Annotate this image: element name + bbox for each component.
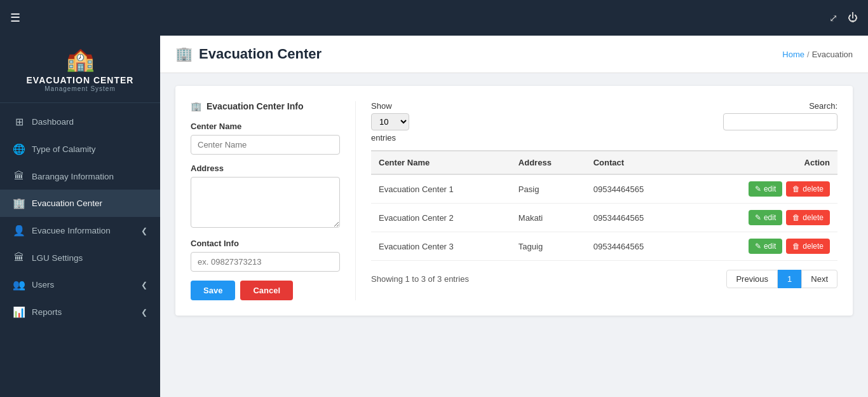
- cell-contact: 09534464565: [586, 232, 688, 261]
- sidebar-item-reports[interactable]: 📊 Reports ❮: [0, 298, 160, 326]
- show-entries-select[interactable]: 10 25 50 100: [371, 113, 409, 130]
- edit-icon: ✎: [755, 213, 761, 222]
- delete-button-1[interactable]: 🗑 delete: [786, 210, 830, 225]
- breadcrumb-separator: /: [807, 50, 810, 59]
- edit-button-1[interactable]: ✎ edit: [749, 210, 782, 225]
- cell-address: Makati: [511, 204, 586, 232]
- page-body: 🏢 Evacuation Center Info Center Name Add…: [160, 73, 868, 397]
- cell-action: ✎ edit 🗑 delete: [688, 204, 837, 232]
- form-group-contact: Contact Info: [191, 239, 340, 272]
- topbar-left: ☰: [10, 11, 20, 25]
- show-label: Show: [371, 101, 409, 111]
- cell-address: Taguig: [511, 232, 586, 261]
- trash-icon: 🗑: [792, 213, 800, 222]
- page-title: Evacuation Center: [199, 46, 322, 62]
- trash-icon: 🗑: [792, 185, 800, 193]
- sidebar: 🏫 EVACUATION CENTER Management System ⊞ …: [0, 36, 160, 397]
- page-header-icon: 🏢: [175, 46, 193, 62]
- sidebar-item-barangay-information[interactable]: 🏛 Barangay Information: [0, 163, 160, 190]
- barangay-icon: 🏛: [13, 171, 25, 182]
- col-contact: Contact: [586, 151, 688, 174]
- pagination-buttons: Previous 1 Next: [726, 270, 837, 288]
- sidebar-item-evacuation-center[interactable]: 🏢 Evacuation Center: [0, 190, 160, 217]
- sidebar-label-lgu: LGU Settings: [32, 253, 147, 263]
- contact-input[interactable]: [191, 252, 340, 272]
- sidebar-item-users[interactable]: 👥 Users ❮: [0, 271, 160, 298]
- sidebar-item-lgu-settings[interactable]: 🏛 LGU Settings: [0, 244, 160, 271]
- sidebar-label-barangay: Barangay Information: [32, 172, 147, 181]
- brand-icon: 🏫: [66, 46, 95, 73]
- expand-icon[interactable]: ⤢: [829, 12, 837, 24]
- sidebar-item-dashboard[interactable]: ⊞ Dashboard: [0, 108, 160, 136]
- form-title-icon: 🏢: [191, 101, 201, 111]
- power-icon[interactable]: ⏻: [848, 12, 858, 24]
- sidebar-label-dashboard: Dashboard: [32, 117, 147, 127]
- evacuation-icon: 🏢: [13, 197, 25, 209]
- table-body: Evacuation Center 1 Pasig 09534464565 ✎ …: [371, 174, 837, 261]
- delete-button-0[interactable]: 🗑 delete: [786, 181, 830, 197]
- layout: 🏫 EVACUATION CENTER Management System ⊞ …: [0, 36, 868, 397]
- address-label: Address: [191, 164, 340, 173]
- evacuee-arrow-icon: ❮: [141, 226, 147, 235]
- table-controls: Show 10 25 50 100 entries Search:: [371, 101, 837, 143]
- pagination-info: Showing 1 to 3 of 3 entries: [371, 274, 469, 284]
- users-arrow-icon: ❮: [141, 281, 147, 289]
- main-card: 🏢 Evacuation Center Info Center Name Add…: [175, 86, 853, 316]
- main-content: 🏢 Evacuation Center Home / Evacuation 🏢 …: [160, 36, 868, 397]
- cell-address: Pasig: [511, 174, 586, 204]
- table-row: Evacuation Center 2 Makati 09534464565 ✎…: [371, 204, 837, 232]
- data-table: Center Name Address Contact Action Evacu…: [371, 150, 837, 261]
- sidebar-label-evacuee: Evacuee Information: [32, 226, 135, 235]
- cell-center-name: Evacuation Center 2: [371, 204, 511, 232]
- users-icon: 👥: [13, 279, 25, 291]
- dashboard-icon: ⊞: [13, 116, 25, 128]
- form-panel: 🏢 Evacuation Center Info Center Name Add…: [191, 101, 356, 300]
- edit-button-0[interactable]: ✎ edit: [749, 181, 782, 197]
- address-input[interactable]: [191, 177, 340, 228]
- brand-title: EVACUATION CENTER: [27, 75, 134, 85]
- sidebar-label-reports: Reports: [32, 307, 135, 317]
- next-button[interactable]: Next: [801, 270, 837, 288]
- delete-button-2[interactable]: 🗑 delete: [786, 239, 830, 254]
- sidebar-nav: ⊞ Dashboard 🌐 Type of Calamity 🏛 Baranga…: [0, 103, 160, 397]
- form-group-center-name: Center Name: [191, 122, 340, 155]
- cancel-button[interactable]: Cancel: [240, 281, 293, 300]
- hamburger-button[interactable]: ☰: [10, 11, 20, 25]
- cell-contact: 09534464565: [586, 204, 688, 232]
- sidebar-item-type-of-calamity[interactable]: 🌐 Type of Calamity: [0, 136, 160, 163]
- sidebar-label-users: Users: [32, 280, 135, 289]
- edit-icon: ✎: [755, 185, 761, 193]
- center-name-label: Center Name: [191, 122, 340, 131]
- edit-icon: ✎: [755, 242, 761, 251]
- table-panel: Show 10 25 50 100 entries Search:: [371, 101, 837, 300]
- breadcrumb-home[interactable]: Home: [782, 50, 804, 59]
- save-button[interactable]: Save: [191, 281, 235, 300]
- table-row: Evacuation Center 1 Pasig 09534464565 ✎ …: [371, 174, 837, 204]
- lgu-icon: 🏛: [13, 252, 25, 263]
- trash-icon: 🗑: [792, 242, 800, 251]
- brand-subtitle: Management System: [44, 85, 116, 92]
- topbar-right: ⤢ ⏻: [829, 12, 858, 24]
- reports-icon: 📊: [13, 306, 25, 318]
- search-input[interactable]: [723, 113, 837, 130]
- sidebar-label-calamity: Type of Calamity: [32, 144, 147, 154]
- current-page-button[interactable]: 1: [778, 270, 801, 288]
- cell-contact: 09534464565: [586, 174, 688, 204]
- cell-action: ✎ edit 🗑 delete: [688, 174, 837, 204]
- search-group: Search:: [723, 101, 837, 130]
- form-group-address: Address: [191, 164, 340, 230]
- center-name-input[interactable]: [191, 135, 340, 155]
- col-center-name: Center Name: [371, 151, 511, 174]
- search-label: Search:: [809, 101, 837, 111]
- page-header-left: 🏢 Evacuation Center: [175, 46, 322, 62]
- sidebar-item-evacuee-information[interactable]: 👤 Evacuee Information ❮: [0, 217, 160, 244]
- edit-button-2[interactable]: ✎ edit: [749, 239, 782, 254]
- previous-button[interactable]: Previous: [726, 270, 778, 288]
- form-title-text: Evacuation Center Info: [207, 101, 303, 111]
- breadcrumb: Home / Evacuation: [782, 50, 853, 59]
- calamity-icon: 🌐: [13, 143, 25, 155]
- table-row: Evacuation Center 3 Taguig 09534464565 ✎…: [371, 232, 837, 261]
- col-address: Address: [511, 151, 586, 174]
- evacuee-icon: 👤: [13, 225, 25, 237]
- col-action: Action: [688, 151, 837, 174]
